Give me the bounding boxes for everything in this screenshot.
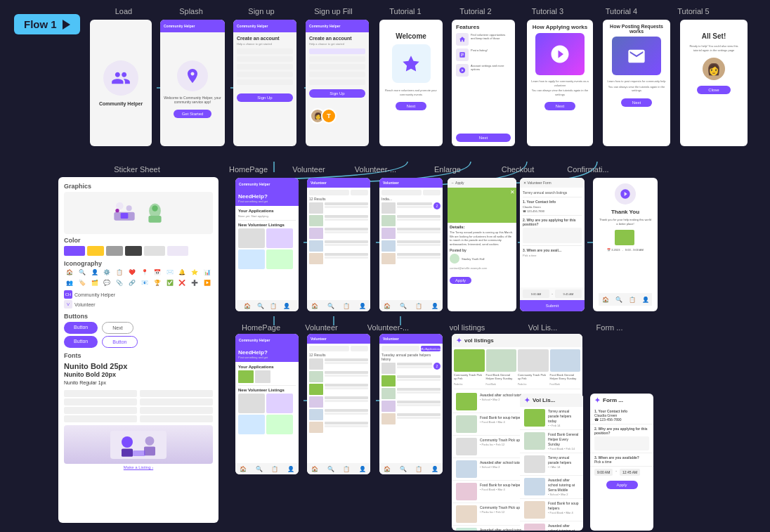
vol-lis-item[interactable]: Torrey annual parade helpers• • Mar 14: [520, 453, 583, 476]
load-title: Community Helper: [99, 101, 143, 106]
screen-volunteer-detail-r2[interactable]: Volunteer India... 2 🏠🔍📋👤: [379, 178, 443, 311]
screen-tutorial3[interactable]: How Applying works Learn how to apply fo…: [527, 20, 593, 146]
font-sample-2: Nunito Bold 20px: [64, 371, 213, 379]
screen-volunteer-detail-r3[interactable]: Volunteer My Applications Tuesday annual…: [379, 334, 443, 474]
svg-rect-48: [122, 448, 133, 456]
label-checkout: Checkout: [483, 165, 553, 174]
form-time-end[interactable]: 12:45 AM: [620, 469, 640, 476]
vol-lis-item[interactable]: Food Bank General Helper Every Sunday• F…: [520, 430, 583, 453]
screen-tutorial1[interactable]: Welcome Reach more volunteers and promot…: [379, 20, 443, 146]
svg-rect-42: [120, 213, 128, 219]
label-stickersheet: Sticker Sheet: [56, 165, 218, 174]
form-value-1: Claudia Green☎ 123-456-7890: [594, 413, 649, 422]
sticker-section-graphics: Graphics: [64, 183, 213, 190]
tutorial5-btn[interactable]: Close: [697, 86, 730, 94]
btn-button2[interactable]: Button: [64, 336, 98, 348]
tutorial2-title: Features: [456, 24, 511, 30]
svg-point-38: [116, 202, 124, 210]
btn-next[interactable]: Next: [102, 322, 133, 334]
form-label-2: 2. Why are you applying for this positio…: [594, 427, 649, 435]
svg-rect-44: [148, 216, 161, 223]
svg-point-41: [115, 209, 119, 212]
form-star-icon: ✦: [594, 396, 600, 404]
tutorial4-btn[interactable]: Next: [621, 98, 652, 107]
label-signup: Sign up: [226, 7, 296, 15]
font-sample-3: Nunito Regular 1px: [64, 379, 213, 386]
screen-tutorial2[interactable]: Features Find volunteer opportunities an…: [452, 20, 515, 146]
screen-load[interactable]: Community Helper: [90, 20, 152, 146]
form-submit-btn[interactable]: Apply: [606, 481, 638, 489]
tutorial4-title: How Posting Requests works: [607, 24, 666, 34]
signupfill-title: Create an account: [309, 36, 365, 41]
flow-button[interactable]: Flow 1: [14, 14, 80, 34]
sticker-section-color: Color: [64, 237, 213, 244]
tutorial2-btn[interactable]: Next: [456, 134, 511, 142]
label-tutorial2: Tutorial 2: [441, 7, 511, 15]
label-vol-listings: vol listings: [425, 323, 509, 332]
sticker-section-fonts: Fonts: [64, 352, 213, 359]
splash-subtitle: Welcome to Community Helper, your commun…: [163, 96, 222, 104]
enlarge-apply-btn[interactable]: Apply: [450, 277, 471, 284]
svg-point-39: [126, 205, 131, 211]
form-section: ✦ Form ... 1. Your Contact Info Claudia …: [590, 394, 653, 531]
label-confirmation: Confirmati...: [553, 165, 623, 174]
signup-btn[interactable]: Sign Up: [237, 93, 293, 102]
label-form: Form ...: [576, 323, 643, 332]
vol-lis-item[interactable]: Food Bank for soup helpers• Food Bank • …: [520, 499, 583, 521]
label-load: Load: [91, 7, 156, 15]
font-sample-1: Nunito Bold 25px: [64, 361, 213, 371]
svg-rect-50: [144, 446, 155, 455]
sticker-sheet: Graphics Color Iconogra: [58, 177, 218, 523]
screen-tutorial4[interactable]: How Posting Requests works Learn how to …: [603, 20, 670, 146]
form-time-start[interactable]: 9:00 AM: [594, 469, 613, 476]
label-tutorial1: Tutorial 1: [370, 7, 441, 15]
label-homepage: HomePage: [218, 165, 279, 174]
vol-lis-section: ✦ Vol Lis... Torrey annual parade helper…: [520, 394, 583, 531]
vol-lis-item[interactable]: Awarded after school tutoring at Serra M…: [520, 521, 583, 531]
screen-volunteer-r3[interactable]: Volunteer 12 Results 🏠🔍📋👤: [307, 334, 370, 474]
tutorial5-title: All Set!: [702, 32, 726, 40]
label-homepage-r3: HomePage: [230, 323, 292, 332]
screen-tutorial5[interactable]: All Set! Ready to help! You could also v…: [680, 20, 748, 146]
tutorial3-title: How Applying works: [533, 24, 587, 30]
screen-confirmation[interactable]: Thank You Thank you for your help making…: [593, 178, 658, 311]
label-volunteer-dot: Volunteer-...: [339, 165, 412, 174]
btn-button3[interactable]: Button: [102, 336, 137, 348]
screen-enlarge[interactable]: ← Apply ✕ Details: The Torrey annual par…: [448, 178, 516, 311]
label-volunteer: Volunteer: [279, 165, 339, 174]
vol-star-icon: ✦: [456, 337, 462, 344]
tutorial1-btn[interactable]: Next: [396, 102, 426, 110]
screen-splash[interactable]: Community Helper Welcome to Community He…: [160, 20, 225, 146]
signup-title: Create an account: [237, 36, 293, 41]
label-tutorial5: Tutorial 5: [658, 7, 729, 15]
screen-signup-fill[interactable]: Community Helper Create an account Help …: [306, 20, 369, 146]
screen-homepage-r2[interactable]: Community Helper NeedHelp? Post somethin…: [235, 178, 299, 311]
form-input-2[interactable]: [594, 436, 649, 450]
tutorial3-btn[interactable]: Next: [544, 102, 575, 110]
form-pick-time: Pick a time: [594, 460, 649, 464]
screen-homepage-r3[interactable]: Community Helper NeedHelp? Post somethin…: [235, 334, 299, 474]
vol-lis-star-icon: ✦: [524, 396, 530, 404]
vol-lis-title: Vol Lis...: [533, 397, 555, 403]
tutorial1-title: Welcome: [396, 32, 426, 40]
signupfill-btn[interactable]: Sign Up: [309, 89, 365, 98]
form-title: Form ...: [603, 397, 623, 403]
label-tutorial3: Tutorial 3: [511, 7, 585, 15]
screen-volunteer-r2[interactable]: Volunteer 12 Results 🏠🔍📋👤: [307, 178, 370, 311]
splash-btn[interactable]: Get Started: [174, 110, 212, 118]
vol-lis-item[interactable]: Awarded after school tutoring at Serra M…: [520, 476, 583, 499]
flow-label: Flow 1: [24, 18, 57, 30]
vol-lis-item[interactable]: Torrey annual parade helpers today• • Fe…: [520, 407, 583, 430]
screen-signup[interactable]: Community Helper Create an account Help …: [233, 20, 296, 146]
vol-listings-title: vol listings: [464, 337, 494, 344]
screen-checkout[interactable]: ✕ Volunteer Form Torrey annual search li…: [520, 178, 585, 311]
svg-point-47: [122, 436, 133, 448]
label-vol-lis: Vol Lis...: [509, 323, 576, 332]
svg-rect-51: [133, 450, 145, 456]
svg-point-49: [145, 436, 155, 446]
label-splash: Splash: [156, 7, 226, 15]
btn-button1[interactable]: Button: [64, 322, 98, 334]
svg-point-45: [152, 205, 157, 211]
label-volunteerdot-r3: Volunteer-...: [351, 323, 425, 332]
signup-subtitle: Help a chance to get started: [237, 42, 293, 46]
